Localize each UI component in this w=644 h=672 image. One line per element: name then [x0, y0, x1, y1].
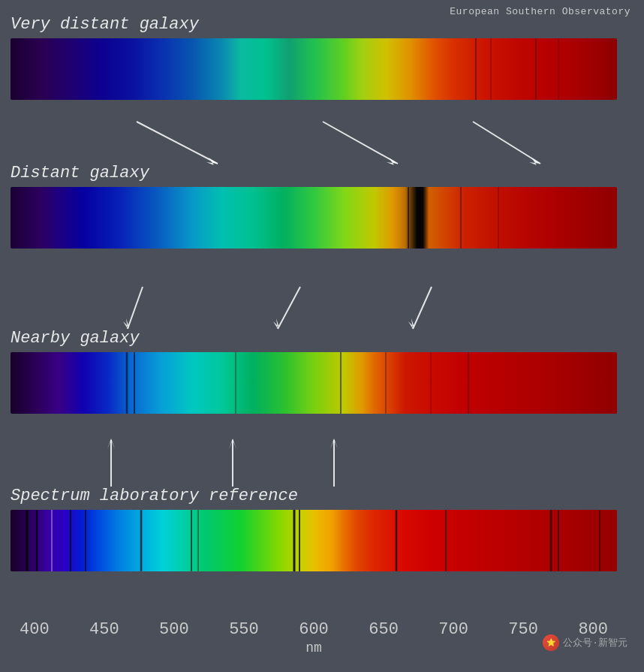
axis-label-400: 400: [20, 620, 50, 639]
axis-label-750: 750: [508, 620, 538, 639]
svg-marker-47: [107, 438, 115, 449]
axis-label-500: 500: [159, 620, 189, 639]
nearby-galaxy-spectrum: [11, 352, 617, 414]
axis-label-650: 650: [369, 620, 399, 639]
svg-marker-45: [408, 318, 414, 329]
very-distant-galaxy-label: Very distant galaxy: [11, 15, 617, 34]
axis-label-600: 600: [299, 620, 329, 639]
svg-line-40: [128, 287, 143, 329]
distant-galaxy-label: Distant galaxy: [11, 164, 617, 182]
svg-rect-18: [11, 510, 617, 571]
svg-rect-0: [11, 38, 617, 100]
svg-marker-41: [123, 318, 129, 329]
spectrum-lab-reference-label: Spectrum laboratory reference: [11, 487, 617, 505]
wavelength-axis: 400 450 500 550 600 650 700 750 800 nm: [11, 620, 617, 655]
svg-line-42: [278, 287, 300, 329]
svg-marker-51: [330, 438, 338, 449]
svg-line-38: [473, 122, 540, 164]
svg-marker-43: [273, 318, 279, 329]
spectrum-lab-reference-section: Spectrum laboratory reference: [11, 487, 617, 571]
main-container: European Southern Observatory Very dista…: [0, 0, 644, 672]
nearby-galaxy-section: Nearby galaxy: [11, 329, 617, 414]
svg-line-44: [413, 287, 432, 329]
svg-marker-49: [229, 438, 236, 449]
axis-labels: 400 450 500 550 600 650 700 750 800: [11, 620, 617, 639]
distant-galaxy-spectrum: [11, 187, 617, 249]
svg-rect-5: [11, 187, 617, 249]
svg-rect-10: [11, 352, 617, 414]
axis-unit: nm: [11, 640, 617, 655]
axis-label-700: 700: [438, 620, 468, 639]
axis-label-450: 450: [89, 620, 119, 639]
wm-icon: ⭐: [543, 634, 559, 651]
svg-line-36: [323, 122, 398, 164]
distant-galaxy-section: Distant galaxy: [11, 164, 617, 249]
svg-line-34: [137, 122, 218, 164]
nearby-galaxy-label: Nearby galaxy: [11, 329, 617, 348]
very-distant-galaxy-spectrum: [11, 38, 617, 100]
very-distant-galaxy-section: Very distant galaxy: [11, 15, 617, 100]
bottom-watermark-text: 公众号·新智元: [563, 636, 627, 649]
bottom-watermark: ⭐ 公众号·新智元: [543, 634, 627, 651]
axis-label-550: 550: [229, 620, 259, 639]
spectrum-lab-reference-spectrum: [11, 510, 617, 571]
